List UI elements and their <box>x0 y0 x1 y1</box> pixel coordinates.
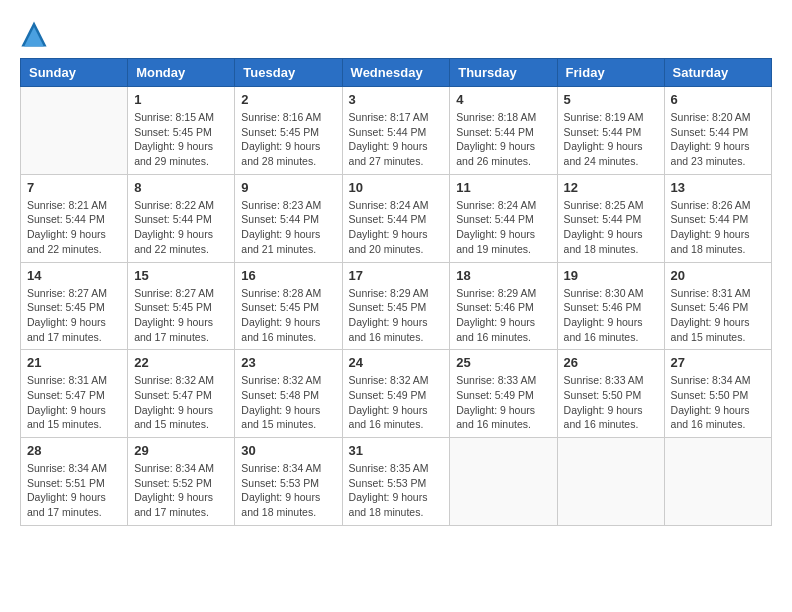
logo-icon <box>20 20 48 48</box>
day-info: Sunrise: 8:31 AMSunset: 5:47 PMDaylight:… <box>27 373 121 432</box>
day-info: Sunrise: 8:21 AMSunset: 5:44 PMDaylight:… <box>27 198 121 257</box>
calendar-cell: 17Sunrise: 8:29 AMSunset: 5:45 PMDayligh… <box>342 262 450 350</box>
calendar-header-row: SundayMondayTuesdayWednesdayThursdayFrid… <box>21 59 772 87</box>
day-number: 12 <box>564 180 658 195</box>
day-number: 27 <box>671 355 765 370</box>
day-info: Sunrise: 8:16 AMSunset: 5:45 PMDaylight:… <box>241 110 335 169</box>
day-number: 1 <box>134 92 228 107</box>
calendar-cell: 11Sunrise: 8:24 AMSunset: 5:44 PMDayligh… <box>450 174 557 262</box>
day-number: 11 <box>456 180 550 195</box>
day-number: 25 <box>456 355 550 370</box>
day-info: Sunrise: 8:28 AMSunset: 5:45 PMDaylight:… <box>241 286 335 345</box>
calendar-cell: 6Sunrise: 8:20 AMSunset: 5:44 PMDaylight… <box>664 87 771 175</box>
day-number: 7 <box>27 180 121 195</box>
day-number: 16 <box>241 268 335 283</box>
calendar-cell: 15Sunrise: 8:27 AMSunset: 5:45 PMDayligh… <box>128 262 235 350</box>
day-number: 24 <box>349 355 444 370</box>
calendar-cell: 10Sunrise: 8:24 AMSunset: 5:44 PMDayligh… <box>342 174 450 262</box>
day-number: 2 <box>241 92 335 107</box>
day-info: Sunrise: 8:33 AMSunset: 5:50 PMDaylight:… <box>564 373 658 432</box>
calendar-cell: 9Sunrise: 8:23 AMSunset: 5:44 PMDaylight… <box>235 174 342 262</box>
day-info: Sunrise: 8:31 AMSunset: 5:46 PMDaylight:… <box>671 286 765 345</box>
day-info: Sunrise: 8:33 AMSunset: 5:49 PMDaylight:… <box>456 373 550 432</box>
calendar-cell: 7Sunrise: 8:21 AMSunset: 5:44 PMDaylight… <box>21 174 128 262</box>
calendar-cell <box>21 87 128 175</box>
calendar-week-row: 14Sunrise: 8:27 AMSunset: 5:45 PMDayligh… <box>21 262 772 350</box>
calendar-week-row: 28Sunrise: 8:34 AMSunset: 5:51 PMDayligh… <box>21 438 772 526</box>
calendar-cell: 2Sunrise: 8:16 AMSunset: 5:45 PMDaylight… <box>235 87 342 175</box>
calendar-cell: 21Sunrise: 8:31 AMSunset: 5:47 PMDayligh… <box>21 350 128 438</box>
day-number: 8 <box>134 180 228 195</box>
day-info: Sunrise: 8:32 AMSunset: 5:47 PMDaylight:… <box>134 373 228 432</box>
calendar-cell: 28Sunrise: 8:34 AMSunset: 5:51 PMDayligh… <box>21 438 128 526</box>
calendar-day-header: Friday <box>557 59 664 87</box>
day-info: Sunrise: 8:34 AMSunset: 5:51 PMDaylight:… <box>27 461 121 520</box>
day-info: Sunrise: 8:30 AMSunset: 5:46 PMDaylight:… <box>564 286 658 345</box>
calendar-cell: 18Sunrise: 8:29 AMSunset: 5:46 PMDayligh… <box>450 262 557 350</box>
calendar-cell: 22Sunrise: 8:32 AMSunset: 5:47 PMDayligh… <box>128 350 235 438</box>
calendar-cell: 1Sunrise: 8:15 AMSunset: 5:45 PMDaylight… <box>128 87 235 175</box>
calendar-cell: 16Sunrise: 8:28 AMSunset: 5:45 PMDayligh… <box>235 262 342 350</box>
calendar-cell: 19Sunrise: 8:30 AMSunset: 5:46 PMDayligh… <box>557 262 664 350</box>
day-number: 23 <box>241 355 335 370</box>
calendar-day-header: Thursday <box>450 59 557 87</box>
day-info: Sunrise: 8:19 AMSunset: 5:44 PMDaylight:… <box>564 110 658 169</box>
page-header <box>20 20 772 48</box>
calendar-cell: 4Sunrise: 8:18 AMSunset: 5:44 PMDaylight… <box>450 87 557 175</box>
day-info: Sunrise: 8:22 AMSunset: 5:44 PMDaylight:… <box>134 198 228 257</box>
day-number: 14 <box>27 268 121 283</box>
day-number: 26 <box>564 355 658 370</box>
calendar-week-row: 1Sunrise: 8:15 AMSunset: 5:45 PMDaylight… <box>21 87 772 175</box>
day-info: Sunrise: 8:29 AMSunset: 5:46 PMDaylight:… <box>456 286 550 345</box>
day-number: 6 <box>671 92 765 107</box>
calendar-week-row: 21Sunrise: 8:31 AMSunset: 5:47 PMDayligh… <box>21 350 772 438</box>
calendar-cell: 23Sunrise: 8:32 AMSunset: 5:48 PMDayligh… <box>235 350 342 438</box>
calendar-cell <box>450 438 557 526</box>
day-info: Sunrise: 8:27 AMSunset: 5:45 PMDaylight:… <box>27 286 121 345</box>
calendar-cell: 24Sunrise: 8:32 AMSunset: 5:49 PMDayligh… <box>342 350 450 438</box>
day-number: 10 <box>349 180 444 195</box>
calendar: SundayMondayTuesdayWednesdayThursdayFrid… <box>20 58 772 526</box>
calendar-cell: 13Sunrise: 8:26 AMSunset: 5:44 PMDayligh… <box>664 174 771 262</box>
day-info: Sunrise: 8:25 AMSunset: 5:44 PMDaylight:… <box>564 198 658 257</box>
day-info: Sunrise: 8:34 AMSunset: 5:50 PMDaylight:… <box>671 373 765 432</box>
day-info: Sunrise: 8:34 AMSunset: 5:53 PMDaylight:… <box>241 461 335 520</box>
day-number: 18 <box>456 268 550 283</box>
day-number: 29 <box>134 443 228 458</box>
calendar-cell: 20Sunrise: 8:31 AMSunset: 5:46 PMDayligh… <box>664 262 771 350</box>
calendar-cell: 8Sunrise: 8:22 AMSunset: 5:44 PMDaylight… <box>128 174 235 262</box>
day-info: Sunrise: 8:29 AMSunset: 5:45 PMDaylight:… <box>349 286 444 345</box>
day-info: Sunrise: 8:20 AMSunset: 5:44 PMDaylight:… <box>671 110 765 169</box>
day-info: Sunrise: 8:24 AMSunset: 5:44 PMDaylight:… <box>349 198 444 257</box>
day-info: Sunrise: 8:32 AMSunset: 5:49 PMDaylight:… <box>349 373 444 432</box>
calendar-cell: 29Sunrise: 8:34 AMSunset: 5:52 PMDayligh… <box>128 438 235 526</box>
day-number: 9 <box>241 180 335 195</box>
day-info: Sunrise: 8:32 AMSunset: 5:48 PMDaylight:… <box>241 373 335 432</box>
calendar-cell: 14Sunrise: 8:27 AMSunset: 5:45 PMDayligh… <box>21 262 128 350</box>
calendar-cell: 12Sunrise: 8:25 AMSunset: 5:44 PMDayligh… <box>557 174 664 262</box>
day-number: 31 <box>349 443 444 458</box>
calendar-cell: 30Sunrise: 8:34 AMSunset: 5:53 PMDayligh… <box>235 438 342 526</box>
day-number: 21 <box>27 355 121 370</box>
calendar-week-row: 7Sunrise: 8:21 AMSunset: 5:44 PMDaylight… <box>21 174 772 262</box>
calendar-cell: 26Sunrise: 8:33 AMSunset: 5:50 PMDayligh… <box>557 350 664 438</box>
calendar-day-header: Sunday <box>21 59 128 87</box>
day-info: Sunrise: 8:23 AMSunset: 5:44 PMDaylight:… <box>241 198 335 257</box>
day-number: 30 <box>241 443 335 458</box>
day-number: 28 <box>27 443 121 458</box>
day-number: 19 <box>564 268 658 283</box>
day-info: Sunrise: 8:18 AMSunset: 5:44 PMDaylight:… <box>456 110 550 169</box>
day-number: 3 <box>349 92 444 107</box>
calendar-cell: 25Sunrise: 8:33 AMSunset: 5:49 PMDayligh… <box>450 350 557 438</box>
calendar-day-header: Saturday <box>664 59 771 87</box>
calendar-cell <box>664 438 771 526</box>
logo <box>20 20 52 48</box>
day-info: Sunrise: 8:26 AMSunset: 5:44 PMDaylight:… <box>671 198 765 257</box>
calendar-day-header: Monday <box>128 59 235 87</box>
day-number: 15 <box>134 268 228 283</box>
day-number: 17 <box>349 268 444 283</box>
day-info: Sunrise: 8:27 AMSunset: 5:45 PMDaylight:… <box>134 286 228 345</box>
day-info: Sunrise: 8:24 AMSunset: 5:44 PMDaylight:… <box>456 198 550 257</box>
day-number: 20 <box>671 268 765 283</box>
day-info: Sunrise: 8:34 AMSunset: 5:52 PMDaylight:… <box>134 461 228 520</box>
